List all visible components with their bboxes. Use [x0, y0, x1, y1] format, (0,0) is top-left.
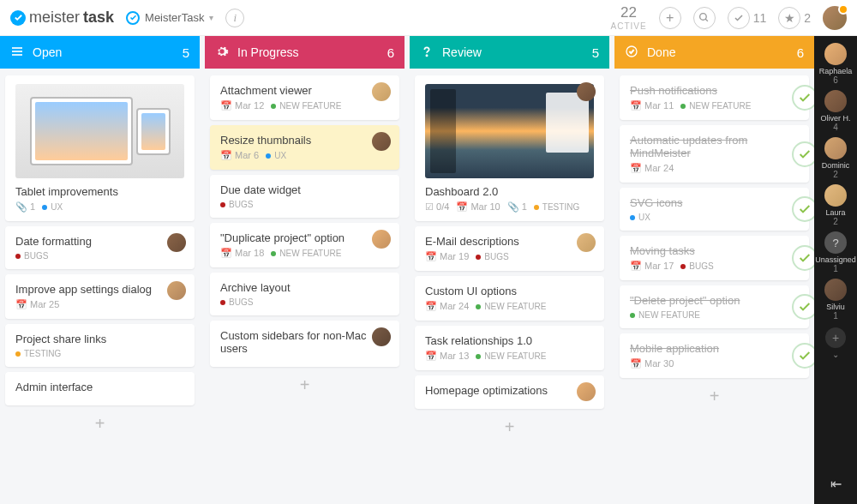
task-card[interactable]: Improve app settings dialog📅 Mar 25: [5, 274, 195, 319]
project-selector[interactable]: MeisterTask ▾: [126, 11, 213, 25]
assignee-avatar[interactable]: [372, 230, 391, 249]
card-meta: BUGS: [15, 251, 184, 261]
tag: TESTING: [534, 202, 579, 212]
column-header[interactable]: Done6: [614, 36, 814, 69]
date-icon: 📅 Mar 25: [15, 299, 59, 310]
tag: NEW FEATURE: [630, 310, 700, 320]
done-check-icon: [792, 85, 814, 111]
assignee-avatar[interactable]: [372, 132, 391, 151]
task-card[interactable]: Mobile application📅 Mar 30: [620, 333, 809, 378]
card-title: E-Mail descriptions: [425, 235, 594, 248]
team-member-laura[interactable]: Laura2: [824, 183, 847, 228]
info-button[interactable]: i: [225, 9, 244, 27]
assignee-avatar[interactable]: [372, 82, 391, 101]
team-member-silviu[interactable]: Silviu1: [824, 277, 847, 322]
task-card[interactable]: Attachment viewer📅 Mar 12NEW FEATURE: [210, 75, 399, 120]
date-icon: 📅 Mar 11: [630, 100, 674, 111]
task-card[interactable]: Task relationships 1.0📅 Mar 13NEW FEATUR…: [415, 326, 604, 370]
task-card[interactable]: Resize thumbnails📅 Mar 6UX: [210, 125, 399, 170]
task-card[interactable]: Admin interface: [5, 372, 195, 405]
add-card-button[interactable]: +: [210, 372, 399, 399]
column-header[interactable]: In Progress6: [205, 36, 405, 69]
card-title: Improve app settings dialog: [15, 283, 184, 296]
task-card[interactable]: Date formattingBUGS: [5, 226, 195, 269]
card-meta: 📅 Mar 17BUGS: [630, 261, 799, 272]
task-card[interactable]: Push notifications📅 Mar 11NEW FEATURE: [620, 75, 809, 120]
star-counter[interactable]: ★ 2: [778, 7, 811, 29]
task-card[interactable]: SVG iconsUX: [620, 188, 809, 231]
member-count: 1: [824, 311, 847, 321]
team-member-unassigned[interactable]: ?Unassigned1: [815, 230, 856, 275]
tag: UX: [266, 151, 286, 160]
clip-icon: 📎 1: [15, 201, 35, 213]
member-name: Silviu: [824, 303, 847, 311]
column-body: Tablet improvements📎 1UXDate formattingB…: [0, 69, 200, 444]
task-card[interactable]: Moving tasks📅 Mar 17BUGS: [620, 236, 809, 280]
add-card-button[interactable]: +: [5, 411, 195, 437]
search-button[interactable]: [693, 7, 716, 29]
member-avatar: [824, 43, 847, 65]
card-meta: 📅 Mar 19BUGS: [425, 251, 594, 262]
team-sidebar: Raphaela6Oliver H.4Dominic2Laura2?Unassi…: [814, 36, 857, 504]
column-header[interactable]: Open5: [0, 36, 200, 69]
collapse-sidebar-button[interactable]: ⇤: [824, 469, 848, 499]
column-done: Done6Push notifications📅 Mar 11NEW FEATU…: [614, 36, 814, 504]
project-check-icon: [126, 11, 140, 25]
done-check-icon: [792, 141, 814, 167]
add-card-button[interactable]: +: [620, 383, 809, 410]
task-card[interactable]: Homepage optimizations: [415, 375, 604, 409]
add-button[interactable]: +: [659, 7, 681, 29]
assignee-avatar[interactable]: [372, 327, 391, 346]
add-card-button[interactable]: +: [415, 414, 604, 441]
column-name: In Progress: [237, 45, 299, 59]
member-name: Unassigned: [815, 255, 856, 264]
topbar: meistertask MeisterTask ▾ i 22 ACTIVE + …: [0, 0, 857, 36]
column-header[interactable]: Review5: [410, 36, 609, 69]
checklist-icon: ☑ 0/4: [425, 201, 449, 213]
assignee-avatar[interactable]: [167, 281, 186, 300]
member-avatar: [824, 90, 847, 112]
user-avatar[interactable]: [823, 6, 847, 30]
tag: UX: [630, 213, 650, 222]
task-card[interactable]: Tablet improvements📎 1UX: [5, 75, 195, 221]
task-card[interactable]: Automatic updates from MindMeister📅 Mar …: [620, 125, 809, 183]
assignee-avatar[interactable]: [577, 82, 596, 101]
task-card[interactable]: Archive layoutBUGS: [210, 273, 399, 315]
assignee-avatar[interactable]: [167, 233, 186, 252]
assignee-avatar[interactable]: [577, 233, 596, 252]
task-card[interactable]: Custom UI options📅 Mar 24NEW FEATURE: [415, 276, 604, 321]
task-card[interactable]: E-Mail descriptions📅 Mar 19BUGS: [415, 226, 604, 271]
app-logo: meistertask: [10, 9, 114, 27]
tag: BUGS: [476, 252, 508, 261]
card-title: Attachment viewer: [220, 84, 389, 97]
card-title: Mobile application: [630, 342, 799, 355]
more-icon[interactable]: ⌄: [832, 350, 839, 359]
card-meta: 📎 1UX: [15, 201, 184, 213]
task-card[interactable]: Dashboard 2.0☑ 0/4📅 Mar 10📎 1TESTING: [415, 75, 604, 221]
date-icon: 📅 Mar 6: [220, 150, 259, 161]
tag: NEW FEATURE: [271, 101, 341, 111]
card-title: Custom UI options: [425, 285, 594, 297]
tag: BUGS: [220, 200, 253, 209]
member-count: 1: [815, 264, 856, 273]
task-card[interactable]: "Delete project" optionNEW FEATURE: [620, 285, 809, 328]
done-counter[interactable]: 11: [728, 7, 767, 29]
task-card[interactable]: Project share linksTESTING: [5, 324, 195, 367]
active-stat: 22 ACTIVE: [611, 4, 647, 31]
team-member-oliverh[interactable]: Oliver H.4: [820, 88, 850, 134]
add-member-button[interactable]: +: [825, 327, 846, 348]
column-name: Done: [647, 45, 675, 59]
task-card[interactable]: Custom sidebars for non-Mac users: [210, 321, 399, 367]
team-member-dominic[interactable]: Dominic2: [822, 135, 850, 181]
assignee-avatar[interactable]: [577, 382, 596, 401]
date-icon: 📅 Mar 30: [630, 358, 674, 369]
done-count: 11: [753, 11, 767, 25]
card-meta: 📅 Mar 25: [15, 299, 184, 310]
team-member-raphaela[interactable]: Raphaela6: [819, 41, 853, 87]
column-body: Dashboard 2.0☑ 0/4📅 Mar 10📎 1TESTINGE-Ma…: [410, 69, 609, 447]
task-card[interactable]: "Duplicate project" option📅 Mar 18NEW FE…: [210, 223, 399, 267]
task-card[interactable]: Due date widgetBUGS: [210, 175, 399, 218]
card-title: Automatic updates from MindMeister: [630, 134, 799, 159]
card-meta: 📅 Mar 18NEW FEATURE: [220, 248, 389, 259]
active-count: 22: [611, 4, 647, 21]
